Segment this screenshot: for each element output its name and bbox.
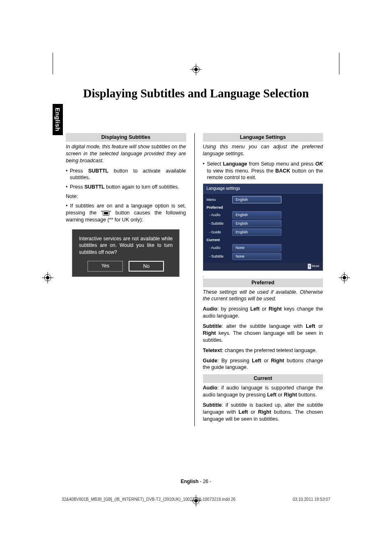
bold: Audio bbox=[203, 306, 217, 312]
label: - Subtitle bbox=[207, 254, 230, 259]
label: - Subtitle bbox=[207, 221, 230, 226]
tv-row-guide: - Guide English bbox=[207, 228, 320, 236]
bold: SUBTTL bbox=[88, 168, 108, 174]
note-label: Note: bbox=[66, 193, 186, 200]
tv-section-preferred: Preferred bbox=[207, 205, 320, 210]
tv-section-current: Current bbox=[207, 237, 320, 242]
left-intro: In digital mode, this feature will show … bbox=[66, 143, 186, 164]
bold: Right bbox=[258, 409, 271, 415]
bold: Teletext bbox=[203, 348, 222, 353]
text: to view this menu. Press the bbox=[207, 168, 276, 174]
tv-row-menu: Menu English bbox=[207, 196, 320, 203]
bold: Subtitle bbox=[203, 323, 222, 329]
label: Menu bbox=[207, 197, 230, 202]
registration-mark-icon bbox=[42, 272, 53, 283]
language-tab: English bbox=[53, 104, 63, 135]
right-column: Language Settings Using this menu you ca… bbox=[203, 133, 323, 426]
text: buttons. bbox=[297, 392, 317, 398]
tv-row-current-subtitle: - Subtitle None bbox=[207, 253, 320, 260]
text: keys. The chosen language will be seen i… bbox=[203, 330, 323, 343]
section-heading-preferred: Preferred bbox=[203, 279, 323, 287]
text: or bbox=[315, 323, 323, 329]
bold: Right bbox=[203, 330, 216, 336]
select-value[interactable]: English bbox=[232, 220, 281, 227]
bold: Guide bbox=[203, 358, 217, 364]
teletext-icon bbox=[103, 211, 109, 216]
text: or bbox=[277, 392, 284, 398]
section-heading-current: Current bbox=[203, 374, 323, 383]
bold: OK bbox=[315, 161, 323, 167]
text: : changes the preferred teletext languag… bbox=[222, 348, 317, 353]
tv-header: Language settings bbox=[203, 184, 323, 193]
section-heading-language-settings: Language Settings bbox=[203, 133, 323, 142]
text: Press bbox=[70, 168, 88, 174]
language-settings-screenshot: Language settings Menu English Preferred… bbox=[203, 184, 323, 271]
right-intro: Using this menu you can adjust the prefe… bbox=[203, 143, 323, 157]
bullet-select-language: Select Language from Setup menu and pres… bbox=[203, 161, 323, 182]
tv-row-audio: - Audio English bbox=[207, 211, 320, 219]
bold: Left bbox=[252, 358, 261, 364]
section-heading-displaying-subtitles: Displaying Subtitles bbox=[66, 133, 186, 142]
left-column: Displaying Subtitles In digital mode, th… bbox=[66, 133, 186, 426]
select-value[interactable]: English bbox=[232, 196, 281, 203]
para-teletext-preferred: Teletext: changes the preferred teletext… bbox=[203, 347, 323, 354]
dialog-text: Interactive services are not available w… bbox=[79, 235, 173, 256]
text: : by pressing bbox=[217, 306, 250, 312]
footer-page: - 26 - bbox=[198, 479, 211, 484]
select-value[interactable]: None bbox=[232, 244, 281, 251]
bold: Subtitle bbox=[203, 402, 222, 408]
bold: Left bbox=[267, 392, 277, 398]
footer-metadata: 32&40BV801B_MB38_[GB]_(IB_INTERNET)_DVB-… bbox=[62, 497, 330, 502]
preferred-intro: These settings will be used if available… bbox=[203, 289, 323, 303]
yes-button[interactable]: Yes bbox=[88, 261, 123, 272]
bullet-press-subttl-off: Press SUBTTL button again to turn off su… bbox=[66, 184, 186, 191]
info-badge-icon: i bbox=[308, 264, 311, 269]
footer-text: More bbox=[312, 264, 319, 269]
footer-file: 32&40BV801B_MB38_[GB]_(IB_INTERNET)_DVB-… bbox=[62, 497, 235, 502]
label: - Guide bbox=[207, 230, 230, 235]
bold: Left bbox=[239, 409, 248, 415]
bold: Right bbox=[271, 358, 284, 364]
tv-row-subtitle: - Subtitle English bbox=[207, 220, 320, 227]
text: Press bbox=[70, 184, 84, 190]
bullet-press-subttl-activate: Press SUBTTL button to activate availabl… bbox=[66, 168, 186, 182]
bold: Audio bbox=[203, 385, 217, 391]
caption-dot: . bbox=[203, 272, 323, 279]
column-divider bbox=[194, 133, 195, 426]
crop-mark bbox=[339, 53, 339, 74]
bold: Right bbox=[269, 306, 282, 312]
tv-footer: i More bbox=[203, 263, 323, 270]
bold: Left bbox=[306, 323, 315, 329]
text: : By pressing bbox=[217, 358, 252, 364]
footer-page-number: English - 26 - bbox=[0, 479, 392, 484]
text: Select bbox=[207, 161, 223, 167]
text: from Setup menu and press bbox=[247, 161, 316, 167]
text: or bbox=[248, 409, 258, 415]
bold: BACK bbox=[275, 168, 290, 174]
note-text: • If subtitles are on and a language opt… bbox=[66, 203, 186, 223]
para-audio-current: Audio: if audio language is supported ch… bbox=[203, 385, 323, 398]
select-value[interactable]: English bbox=[232, 211, 281, 219]
text: : alter the subtitle language with bbox=[221, 323, 306, 329]
warning-dialog-screenshot: Interactive services are not available w… bbox=[66, 229, 186, 277]
bold: SUBTTL bbox=[84, 184, 104, 190]
select-value[interactable]: None bbox=[232, 253, 281, 260]
bold: Language bbox=[223, 161, 247, 167]
registration-mark-icon bbox=[339, 272, 350, 283]
registration-mark-icon bbox=[190, 64, 202, 75]
crop-mark bbox=[53, 53, 53, 74]
text: or bbox=[260, 306, 269, 312]
para-subtitle-preferred: Subtitle: alter the subtitle language wi… bbox=[203, 323, 323, 344]
para-guide-preferred: Guide: By pressing Left or Right buttons… bbox=[203, 357, 323, 371]
page-title: Displaying Subtitles and Language Select… bbox=[0, 87, 392, 100]
para-audio-preferred: Audio: by pressing Left or Right keys ch… bbox=[203, 306, 323, 320]
text: button again to turn off subtitles. bbox=[105, 184, 179, 190]
label: - Audio bbox=[207, 212, 230, 217]
select-value[interactable]: English bbox=[232, 228, 281, 236]
bold: Right bbox=[284, 392, 297, 398]
label: - Audio bbox=[207, 245, 230, 250]
para-subtitle-current: Subtitle: if subtitle is backed up, alte… bbox=[203, 402, 323, 423]
no-button[interactable]: No bbox=[129, 261, 164, 272]
tv-row-current-audio: - Audio None bbox=[207, 244, 320, 251]
bold: Left bbox=[250, 306, 260, 312]
